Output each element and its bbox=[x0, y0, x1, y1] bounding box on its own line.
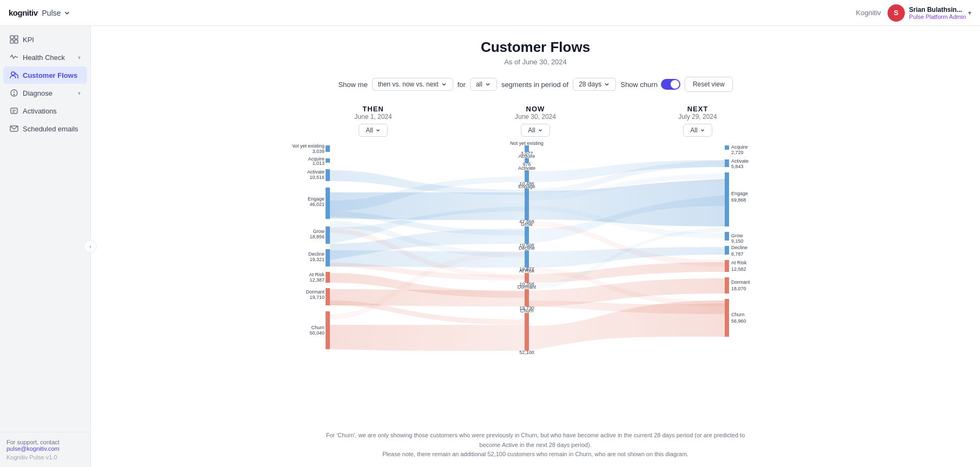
for-value: all bbox=[476, 81, 482, 88]
email-icon bbox=[10, 124, 18, 133]
footer-notes: For 'Churn', we are only showing those c… bbox=[325, 431, 746, 459]
sidebar-item-diagnose[interactable]: Diagnose ▾ bbox=[3, 84, 87, 102]
svg-rect-1 bbox=[15, 36, 18, 39]
sidebar-item-diagnose-label: Diagnose bbox=[23, 89, 74, 97]
now-filter-select[interactable]: All bbox=[521, 124, 549, 137]
svg-text:Activate: Activate bbox=[518, 165, 535, 171]
svg-text:56,960: 56,960 bbox=[731, 318, 746, 324]
diagnose-chevron: ▾ bbox=[78, 90, 81, 96]
svg-text:50,040: 50,040 bbox=[309, 330, 325, 336]
next-title: NEXT bbox=[617, 105, 779, 113]
svg-rect-0 bbox=[10, 36, 14, 39]
svg-text:Engage: Engage bbox=[518, 184, 535, 189]
svg-text:Churn: Churn bbox=[311, 325, 325, 330]
svg-text:2,720: 2,720 bbox=[731, 150, 744, 155]
node-then-activate[interactable] bbox=[326, 169, 330, 181]
node-then-decline[interactable] bbox=[326, 249, 330, 266]
node-next-acquire[interactable] bbox=[725, 145, 729, 150]
user-info: Srian Bulathsin... Pulse Platform Admin bbox=[909, 6, 966, 20]
node-then-dormant[interactable] bbox=[326, 288, 330, 305]
now-column-header: NOW June 30, 2024 All bbox=[454, 105, 617, 137]
show-me-select[interactable]: then vs. now vs. next bbox=[372, 78, 453, 91]
reset-view-button[interactable]: Reset view bbox=[685, 77, 733, 92]
now-title: NOW bbox=[454, 105, 617, 113]
footer-note-1: For 'Churn', we are only showing those c… bbox=[325, 431, 746, 450]
svg-text:46,021: 46,021 bbox=[309, 202, 325, 207]
node-next-at-risk[interactable] bbox=[725, 260, 729, 272]
node-now-decline[interactable] bbox=[525, 250, 529, 268]
sankey-svg: Not yet existing 3,039 Acquire 1,013 Act… bbox=[292, 141, 779, 422]
node-then-at-risk[interactable] bbox=[326, 272, 330, 283]
for-label: for bbox=[458, 81, 466, 89]
sidebar-item-customer-flows[interactable]: Customer Flows bbox=[3, 66, 87, 84]
segments-label: segments in period of bbox=[501, 81, 568, 89]
node-now-dormant[interactable] bbox=[525, 289, 529, 306]
svg-text:1,013: 1,013 bbox=[312, 161, 325, 166]
node-next-grow[interactable] bbox=[725, 232, 729, 241]
svg-rect-3 bbox=[15, 40, 18, 43]
user-role: Pulse Platform Admin bbox=[909, 14, 966, 20]
flow-then-now-churn-churn bbox=[330, 325, 525, 351]
app-selector[interactable]: Pulse bbox=[42, 9, 71, 17]
sidebar-collapse-button[interactable]: ‹ bbox=[84, 240, 97, 253]
next-filter-select[interactable]: All bbox=[683, 124, 712, 137]
node-now-activate[interactable] bbox=[525, 170, 529, 182]
diagnose-icon bbox=[10, 89, 18, 97]
sidebar: ‹ KPI Healt bbox=[0, 26, 91, 467]
user-menu-chevron[interactable]: ▾ bbox=[968, 9, 971, 17]
svg-text:18,070: 18,070 bbox=[731, 286, 746, 291]
node-next-decline[interactable] bbox=[725, 246, 729, 255]
footer-note-2: Please note, there remain an additional … bbox=[325, 450, 746, 459]
show-churn-label: Show churn bbox=[620, 81, 658, 89]
then-filter-select[interactable]: All bbox=[359, 124, 387, 137]
svg-text:12,582: 12,582 bbox=[731, 266, 746, 272]
sidebar-item-activations-label: Activations bbox=[23, 107, 81, 115]
sidebar-navigation: KPI Health Check ▾ bbox=[0, 26, 90, 432]
next-column-header: NEXT July 29, 2024 All bbox=[617, 105, 779, 137]
avatar: S bbox=[888, 4, 905, 22]
show-churn-toggle[interactable] bbox=[661, 79, 680, 90]
svg-text:Decline: Decline bbox=[308, 251, 325, 257]
node-now-grow[interactable] bbox=[525, 226, 529, 244]
sidebar-item-scheduled-emails-label: Scheduled emails bbox=[23, 125, 81, 133]
sidebar-item-scheduled-emails[interactable]: Scheduled emails bbox=[3, 120, 87, 137]
node-then-engage[interactable] bbox=[326, 188, 330, 219]
svg-text:Decline: Decline bbox=[731, 245, 747, 250]
node-now-churn[interactable] bbox=[525, 313, 529, 351]
top-navigation: kognitiv Pulse Kognitiv S Srian Bulathsi… bbox=[0, 0, 980, 26]
svg-text:Churn: Churn bbox=[731, 312, 745, 317]
node-next-dormant[interactable] bbox=[725, 277, 729, 293]
grid-icon bbox=[10, 35, 18, 44]
node-then-acquire[interactable] bbox=[326, 158, 330, 163]
for-select[interactable]: all bbox=[470, 78, 497, 91]
svg-text:Grow: Grow bbox=[313, 229, 325, 234]
org-name: Kognitiv bbox=[856, 9, 881, 17]
sankey-diagram: Not yet existing 3,039 Acquire 1,013 Act… bbox=[104, 141, 967, 422]
svg-text:Activate: Activate bbox=[731, 158, 749, 164]
node-next-activate[interactable] bbox=[725, 159, 729, 167]
svg-text:10,516: 10,516 bbox=[309, 175, 325, 180]
period-select[interactable]: 28 days bbox=[573, 78, 616, 91]
node-next-engage[interactable] bbox=[725, 172, 729, 226]
logo: kognitiv bbox=[9, 8, 38, 17]
sidebar-item-activations[interactable]: Activations bbox=[3, 102, 87, 119]
node-then-churn[interactable] bbox=[326, 311, 330, 349]
app-name: Pulse bbox=[42, 9, 61, 17]
node-next-churn[interactable] bbox=[725, 299, 729, 337]
show-churn-toggle-container: Show churn bbox=[620, 79, 680, 90]
sidebar-item-kpi[interactable]: KPI bbox=[3, 31, 87, 48]
show-me-label: Show me bbox=[338, 81, 367, 89]
sidebar-item-health-check-label: Health Check bbox=[23, 54, 74, 62]
svg-text:Engage: Engage bbox=[308, 196, 325, 202]
support-email[interactable]: pulse@kognitiv.com bbox=[6, 445, 84, 452]
node-then-not-yet-existing[interactable] bbox=[326, 145, 330, 152]
sidebar-item-health-check[interactable]: Health Check ▾ bbox=[3, 49, 87, 66]
then-title: THEN bbox=[292, 105, 454, 113]
svg-rect-2 bbox=[10, 40, 14, 43]
show-me-value: then vs. now vs. next bbox=[378, 81, 439, 88]
node-now-engage[interactable] bbox=[525, 189, 529, 220]
now-date: June 30, 2024 bbox=[454, 113, 617, 121]
node-then-grow[interactable] bbox=[326, 226, 330, 244]
support-text: For support, contact bbox=[6, 439, 84, 445]
activity-icon bbox=[10, 53, 18, 62]
